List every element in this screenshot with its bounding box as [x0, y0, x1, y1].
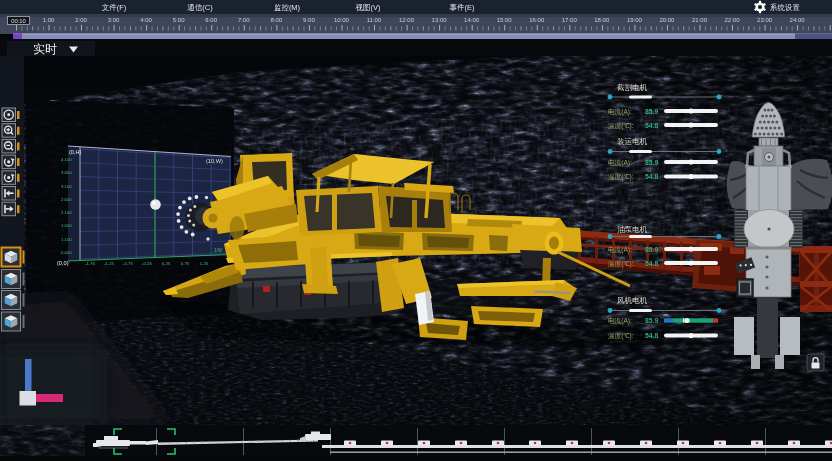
svg-text:85.9: 85.9	[645, 246, 658, 253]
svg-text:1:00: 1:00	[43, 17, 55, 23]
svg-text:13:00: 13:00	[432, 17, 448, 23]
svg-text:电流(A):: 电流(A):	[608, 246, 632, 254]
svg-text:85.9: 85.9	[645, 159, 658, 166]
svg-text:温度(℃):: 温度(℃):	[608, 173, 634, 181]
svg-text:1.600: 1.600	[61, 223, 72, 228]
svg-text:文件(F): 文件(F)	[102, 3, 127, 12]
svg-text:-1.25: -1.25	[104, 261, 115, 266]
svg-text:1.100: 1.100	[61, 237, 72, 242]
svg-text:监控(M): 监控(M)	[274, 3, 301, 12]
svg-text:2.600: 2.600	[61, 197, 72, 202]
svg-text:-0.25: -0.25	[142, 261, 153, 266]
svg-text:9:00: 9:00	[303, 17, 315, 23]
svg-text:-1.75: -1.75	[85, 261, 96, 266]
svg-text:19:00: 19:00	[627, 17, 643, 23]
svg-text:实时: 实时	[33, 42, 57, 56]
svg-text:8:00: 8:00	[270, 17, 282, 23]
svg-text:11:00: 11:00	[367, 17, 382, 23]
svg-text:电流(A):: 电流(A):	[608, 108, 632, 116]
svg-text:17:00: 17:00	[562, 17, 578, 23]
svg-text:0.25: 0.25	[162, 261, 171, 266]
svg-text:14:00: 14:00	[464, 17, 480, 23]
svg-text:16:00: 16:00	[529, 17, 545, 23]
svg-text:54.8: 54.8	[645, 332, 658, 339]
svg-text:00:10: 00:10	[11, 18, 26, 24]
svg-text:截割电机: 截割电机	[617, 83, 648, 92]
svg-text:2.100: 2.100	[61, 210, 72, 215]
svg-text:2:00: 2:00	[75, 17, 87, 23]
svg-text:3.600: 3.600	[61, 170, 72, 175]
svg-text:85.9: 85.9	[645, 317, 658, 324]
svg-text:(0,0): (0,0)	[57, 260, 69, 266]
svg-text:18:00: 18:00	[594, 17, 610, 23]
svg-text:5:00: 5:00	[173, 17, 185, 23]
svg-text:电流(A):: 电流(A):	[608, 159, 632, 167]
svg-text:21:00: 21:00	[692, 17, 708, 23]
svg-text:视图(V): 视图(V)	[356, 3, 382, 12]
svg-text:23:00: 23:00	[757, 17, 773, 23]
svg-text:事件(E): 事件(E)	[450, 3, 476, 12]
svg-text:54.8: 54.8	[645, 173, 658, 180]
svg-text:15:00: 15:00	[497, 17, 513, 23]
svg-text:54.8: 54.8	[645, 260, 658, 267]
svg-text:系统设置: 系统设置	[769, 3, 801, 12]
svg-text:22:00: 22:00	[724, 17, 740, 23]
svg-text:1/W: 1/W	[214, 248, 223, 253]
svg-text:通信(C): 通信(C)	[187, 3, 213, 12]
svg-text:54.8: 54.8	[645, 122, 658, 129]
svg-text:温度(℃):: 温度(℃):	[608, 332, 634, 340]
svg-text:油泵电机: 油泵电机	[617, 225, 648, 234]
svg-text:温度(℃):: 温度(℃):	[608, 260, 634, 268]
svg-text:1.25: 1.25	[200, 261, 209, 266]
svg-text:风机电机: 风机电机	[617, 296, 648, 305]
svg-text:0.75: 0.75	[181, 261, 190, 266]
svg-text:85.9: 85.9	[645, 108, 658, 115]
svg-text:电流(A):: 电流(A):	[608, 317, 632, 325]
svg-text:0.600: 0.600	[61, 250, 72, 255]
svg-text:10:00: 10:00	[334, 17, 350, 23]
svg-text:6:00: 6:00	[205, 17, 217, 23]
svg-text:3:00: 3:00	[108, 17, 120, 23]
svg-text:20:00: 20:00	[659, 17, 675, 23]
svg-text:(0,H): (0,H)	[69, 149, 82, 155]
svg-text:7:00: 7:00	[238, 17, 250, 23]
svg-text:12:00: 12:00	[399, 17, 415, 23]
svg-text:装运电机: 装运电机	[617, 137, 648, 146]
svg-text:3.100: 3.100	[61, 184, 72, 189]
svg-text:温度(℃):: 温度(℃):	[608, 122, 634, 130]
svg-text:4:00: 4:00	[140, 17, 152, 23]
svg-text:-0.75: -0.75	[123, 261, 134, 266]
svg-text:24:00: 24:00	[790, 17, 806, 23]
svg-text:4.100: 4.100	[61, 157, 72, 162]
svg-text:(10,W): (10,W)	[206, 158, 223, 164]
